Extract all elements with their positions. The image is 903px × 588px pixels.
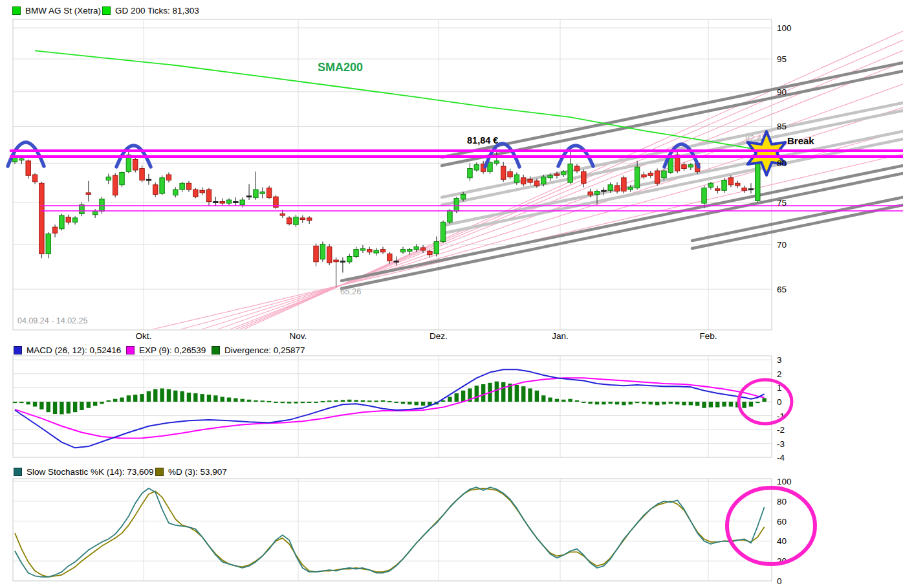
price-axis-tick: 65 [777,285,787,294]
symbol-label: BMW AG St (Xetra) [25,6,101,16]
exp-label: EXP (9): 0,26539 [139,345,206,355]
price-axis-tick: 90 [777,87,787,97]
stoch-d-label: %D (3): 53,907 [168,467,227,477]
stoch-axis-tick: 100 [777,477,792,486]
stoch-axis-tick: 40 [777,536,787,546]
stoch-axis-tick: 0 [777,576,782,586]
macd-axis-tick: 2 [777,369,782,379]
month-axis-tick: Nov. [290,331,307,341]
legend-gd200[interactable]: GD 200 Ticks: 81,303 [102,6,199,16]
month-axis-tick: Jan. [552,331,569,341]
stoch-axis-tick: 60 [777,517,787,527]
peak-price-label: 81,84 € [467,135,498,146]
stoch-k-color-swatch [14,468,22,476]
exp-color-swatch [126,346,135,354]
macd-line [15,369,765,448]
macd-label: MACD (26, 12): 0,52416 [27,345,121,355]
stoch-d-color-swatch [155,468,164,476]
legend-divergence[interactable]: Divergence: 0,25877 [212,345,305,355]
macd-color-swatch [14,346,22,354]
month-axis-tick: Feb. [699,331,717,341]
macd-signal-line [15,378,765,438]
price-axis-tick: 95 [777,54,787,64]
month-axis-tick: Dez. [430,331,448,341]
price-axis-tick: 70 [777,240,787,250]
month-axis-tick: Okt. [136,331,152,341]
stochastic-d-line [15,488,765,577]
price-axis-tick: 85 [777,122,787,131]
price-axis-tick: 80 [777,158,787,168]
stoch-axis: 100806040200 [777,477,792,586]
legend-macd[interactable]: MACD (26, 12): 0,52416 [14,345,121,355]
chart-canvas[interactable]: 10095908580757065Okt.Nov.Dez.Jan.Feb.321… [0,0,903,588]
legend-exp[interactable]: EXP (9): 0,26539 [126,345,206,355]
symbol-color-swatch [12,6,21,15]
sma200-label: SMA200 [318,61,363,74]
macd-axis-tick: 0 [777,397,782,407]
stoch-grid [13,479,772,581]
macd-grid [13,356,772,457]
low-price-label: 65,26 [340,287,362,296]
gd200-color-swatch [102,6,111,15]
date-range-label: 04.09.24 - 14.02.25 [17,316,87,325]
sma200-line [35,50,771,153]
legend-stoch-k[interactable]: Slow Stochastic %K (14): 73,609 [14,467,154,477]
macd-axis-tick: -3 [777,439,785,449]
break-label: Break [787,135,814,146]
stoch-k-label: Slow Stochastic %K (14): 73,609 [27,467,154,477]
price-axis-tick: 75 [777,198,787,208]
macd-axis-tick: -2 [777,425,785,435]
stochastic-k-line [15,487,765,577]
stoch-axis-tick: 80 [777,497,787,506]
legend-symbol[interactable]: BMW AG St (Xetra) [12,6,101,16]
charting-app: { "header": { "items": [ {"label": "BMW … [0,0,903,588]
macd-axis-tick: 3 [777,355,782,365]
gd200-label: GD 200 Ticks: 81,303 [115,6,199,16]
divergence-label: Divergence: 0,25877 [224,345,305,355]
macd-axis-tick: -4 [777,453,785,463]
legend-stoch-d[interactable]: %D (3): 53,907 [155,467,227,477]
highlight-circle-stoch [727,488,815,564]
macd-axis: 3210-1-2-3-4 [777,355,785,463]
divergence-color-swatch [212,346,220,354]
price-axis-tick: 100 [777,23,792,33]
